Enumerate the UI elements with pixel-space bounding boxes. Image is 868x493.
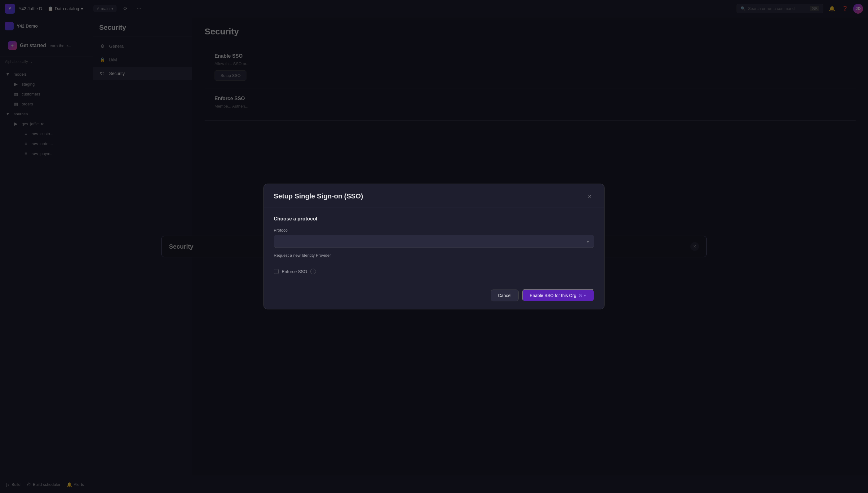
enforce-sso-info-icon[interactable]: i — [310, 269, 316, 274]
modal-footer: Cancel Enable SSO for this Org ⌘ ↵ — [264, 283, 604, 309]
sso-modal: Setup Single Sign-on (SSO) × Choose a pr… — [263, 184, 605, 309]
request-provider-link[interactable]: Request a new Identity Provider — [274, 253, 331, 258]
modal-header: Setup Single Sign-on (SSO) × — [264, 184, 604, 208]
modal-title: Setup Single Sign-on (SSO) — [274, 192, 363, 200]
enable-sso-button[interactable]: Enable SSO for this Org ⌘ ↵ — [522, 289, 594, 302]
modal-section-title: Choose a protocol — [274, 216, 594, 222]
protocol-select[interactable]: ▾ — [274, 235, 594, 248]
enforce-sso-row: Enforce SSO i — [274, 269, 594, 274]
modal-close-button[interactable]: × — [585, 192, 594, 201]
enable-sso-shortcut: ⌘ ↵ — [579, 293, 587, 298]
enforce-sso-checkbox[interactable] — [274, 269, 279, 274]
protocol-label: Protocol — [274, 228, 594, 233]
outer-dialog: Security × Setup Single Sign-on (SSO) × … — [161, 236, 707, 257]
modal-close-icon: × — [588, 193, 591, 200]
protocol-chevron-icon: ▾ — [587, 239, 589, 244]
enter-icon: ↵ — [584, 293, 587, 298]
cancel-button[interactable]: Cancel — [491, 290, 519, 301]
enforce-sso-label: Enforce SSO — [282, 269, 307, 274]
cmd-icon: ⌘ — [579, 293, 583, 298]
modal-body: Choose a protocol Protocol ▾ Request a n… — [264, 208, 604, 283]
enable-sso-label: Enable SSO for this Org — [530, 293, 576, 298]
